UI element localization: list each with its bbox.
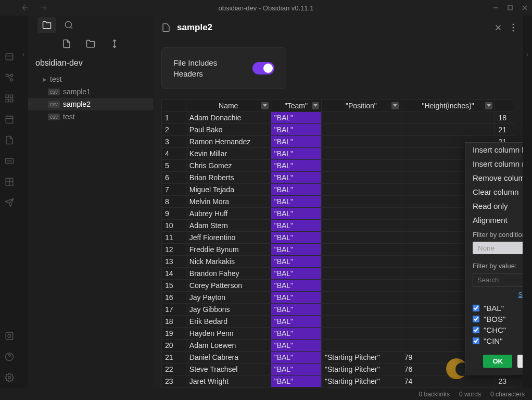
filter-icon[interactable] — [261, 102, 269, 109]
cell-height-prefix[interactable] — [401, 112, 495, 124]
cell-name[interactable]: Adam Stern — [186, 220, 271, 232]
collapse-right-icon[interactable] — [525, 52, 530, 57]
cell-position[interactable] — [322, 208, 401, 220]
filter-checkbox[interactable] — [473, 316, 479, 322]
tree-folder[interactable]: ▶test — [28, 73, 153, 85]
cell-team[interactable]: "BAL" — [271, 268, 321, 280]
cell-name[interactable]: Jay Payton — [186, 292, 271, 304]
menu-read-only[interactable]: Read only — [465, 199, 523, 213]
filter-check-item[interactable]: "CIN" — [473, 335, 523, 346]
cell-position[interactable] — [322, 292, 401, 304]
filter-icon[interactable] — [485, 102, 492, 109]
today-icon[interactable] — [5, 115, 14, 124]
cell-name[interactable]: Nick Markakis — [186, 256, 271, 268]
cell-name[interactable]: Daniel Cabrera — [186, 352, 271, 364]
table-icon[interactable] — [5, 177, 14, 186]
cell-position[interactable] — [322, 184, 401, 196]
table-row[interactable]: 11 Jeff Fiorentino "BAL" 18 — [162, 232, 514, 244]
filter-search-input[interactable] — [473, 273, 523, 286]
cell-position[interactable] — [322, 124, 401, 136]
cell-position[interactable]: "Starting Pitcher" — [322, 352, 401, 364]
cell-team[interactable]: "BAL" — [271, 136, 321, 148]
cell-team[interactable]: "BAL" — [271, 376, 321, 388]
nav-forward-icon[interactable] — [40, 4, 48, 12]
filter-icon[interactable] — [312, 102, 319, 109]
filter-condition-select[interactable]: None — [473, 242, 523, 254]
cell-position[interactable] — [322, 148, 401, 160]
table-row[interactable]: 5 Chris Gomez "BAL" 18 — [162, 160, 514, 172]
cell-height[interactable]: 21 — [495, 124, 514, 136]
maximize-icon[interactable] — [507, 5, 513, 11]
table-row[interactable]: 15 Corey Patterson "BAL" 18 — [162, 280, 514, 292]
table-row[interactable]: 16 Jay Payton "BAL" 17 — [162, 292, 514, 304]
cell-name[interactable]: Brian Roberts — [186, 172, 271, 184]
cell-team[interactable]: "BAL" — [271, 160, 321, 172]
filter-checkbox[interactable] — [473, 338, 479, 344]
tree-file[interactable]: csvtest — [28, 110, 153, 123]
cell-name[interactable]: Steve Trachsel — [186, 364, 271, 376]
send-icon[interactable] — [5, 198, 14, 207]
table-row[interactable]: 20 Adam Loewen "BAL" 21 — [162, 340, 514, 352]
cell-position[interactable] — [322, 160, 401, 172]
cell-name[interactable]: Melvin Mora — [186, 196, 271, 208]
cell-name[interactable]: Brandon Fahey — [186, 268, 271, 280]
table-row[interactable]: 10 Adam Stern "BAL" 18 — [162, 220, 514, 232]
collapse-left-icon[interactable] — [21, 52, 26, 57]
cell-team[interactable]: "BAL" — [271, 208, 321, 220]
template-icon[interactable] — [5, 135, 14, 145]
cell-position[interactable] — [322, 268, 401, 280]
menu-alignment[interactable]: Alignment▶ — [465, 213, 523, 227]
cell-team[interactable]: "BAL" — [271, 316, 321, 328]
cell-name[interactable]: Adam Donachie — [186, 112, 271, 124]
table-row[interactable]: 2 Paul Bako "BAL" 21 — [162, 124, 514, 136]
cell-position[interactable] — [322, 304, 401, 316]
table-row[interactable]: 8 Melvin Mora "BAL" 20 — [162, 196, 514, 208]
table-row[interactable]: 17 Jay Gibbons "BAL" 19 — [162, 304, 514, 316]
cell-team[interactable]: "BAL" — [271, 124, 321, 136]
cell-name[interactable]: Jeff Fiorentino — [186, 232, 271, 244]
table-row[interactable]: 12 Freddie Bynum "BAL" 18 — [162, 244, 514, 256]
cell-position[interactable] — [322, 340, 401, 352]
col-position[interactable]: "Position" — [322, 100, 401, 112]
cell-name[interactable]: Kevin Millar — [186, 148, 271, 160]
cell-team[interactable]: "BAL" — [271, 220, 321, 232]
cell-team[interactable]: "BAL" — [271, 196, 321, 208]
filter-icon[interactable] — [391, 102, 399, 109]
cell-position[interactable] — [322, 280, 401, 292]
cell-name[interactable]: Paul Bako — [186, 124, 271, 136]
cell-position[interactable] — [322, 232, 401, 244]
menu-remove-column[interactable]: Remove column — [465, 171, 523, 185]
cell-team[interactable]: "BAL" — [271, 304, 321, 316]
help-icon[interactable] — [5, 352, 14, 361]
cell-position[interactable] — [322, 220, 401, 232]
table-row[interactable]: 18 Erik Bedard "BAL" 18 — [162, 316, 514, 328]
cell-team[interactable]: "BAL" — [271, 340, 321, 352]
new-note-icon[interactable] — [62, 39, 71, 48]
table-row[interactable]: 1 Adam Donachie "BAL" 18 — [162, 112, 514, 124]
sort-icon[interactable] — [110, 39, 119, 48]
col-height[interactable]: "Height(inches)" — [401, 100, 495, 112]
graph-icon[interactable] — [5, 73, 14, 82]
ok-button[interactable]: OK — [483, 355, 512, 368]
menu-insert-left[interactable]: Insert column left — [465, 143, 523, 157]
cell-position[interactable]: "Starting Pitcher" — [322, 376, 401, 388]
cell-position[interactable] — [322, 172, 401, 184]
cell-team[interactable]: "BAL" — [271, 172, 321, 184]
cell-position[interactable] — [322, 256, 401, 268]
csv-table[interactable]: Name "Team" "Position" "Height(inches)" … — [161, 99, 514, 388]
cell-team[interactable]: "BAL" — [271, 244, 321, 256]
tab-files[interactable] — [37, 17, 56, 33]
cell-name[interactable]: Miguel Tejada — [186, 184, 271, 196]
nav-back-icon[interactable] — [21, 4, 29, 12]
cell-name[interactable]: Jaret Wright — [186, 376, 271, 388]
table-row[interactable]: 19 Hayden Penn "BAL" 18 — [162, 328, 514, 340]
close-icon[interactable] — [522, 5, 528, 11]
cell-position[interactable] — [322, 244, 401, 256]
settings-icon[interactable] — [5, 373, 14, 382]
vault-icon[interactable] — [5, 331, 14, 341]
more-icon[interactable] — [512, 23, 514, 32]
tab-search[interactable] — [59, 17, 78, 33]
minimize-icon[interactable] — [492, 5, 499, 11]
close-tab-icon[interactable] — [493, 23, 503, 32]
cell-team[interactable]: "BAL" — [271, 112, 321, 124]
